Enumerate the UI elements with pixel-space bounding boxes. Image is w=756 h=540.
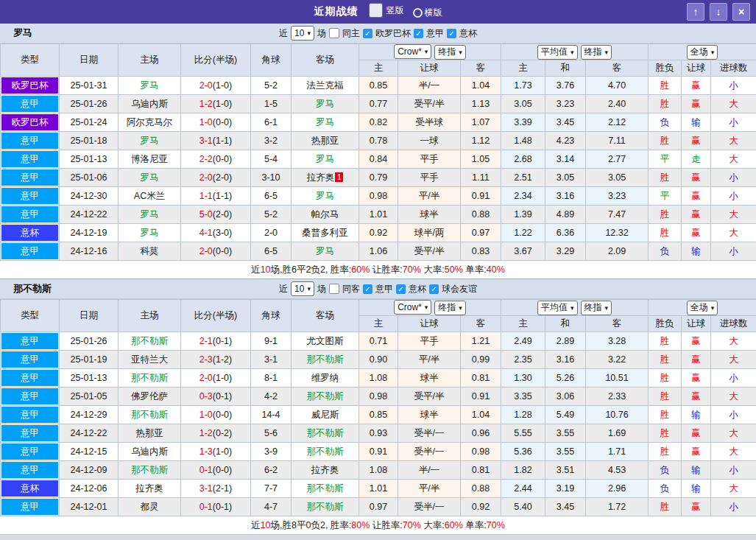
radio-label: 横版	[425, 7, 442, 19]
corner-score: 6-5	[251, 242, 292, 261]
crow-home-odds: 0.85	[359, 77, 398, 95]
avg-draw-odds: 4.89	[545, 206, 586, 224]
crow-away-odds: 1.12	[461, 132, 501, 150]
crow-home-odds: 0.79	[359, 169, 398, 187]
match-row: 意甲25-01-05佛罗伦萨0-3(0-1)4-2那不勒斯0.98受平/半0.9…	[1, 388, 756, 406]
move-up-button[interactable]: ↑	[687, 3, 704, 21]
odds-source-select[interactable]: 终指▾	[581, 301, 612, 315]
same-venue-checkbox[interactable]	[329, 28, 339, 38]
odds-group-header: 全场▾	[649, 44, 756, 60]
half-score: (0-1)	[213, 391, 232, 402]
handicap-line: 受平/半	[398, 388, 461, 406]
avg-home-odds: 1.39	[501, 206, 545, 224]
team-name: 罗马	[13, 27, 32, 40]
result-outcome: 负	[649, 461, 682, 480]
league-checkbox[interactable]: ✓	[447, 29, 456, 38]
sub-col-header: 进球数	[711, 60, 756, 77]
match-date: 25-01-06	[60, 169, 119, 187]
odds-source-select[interactable]: 全场▾	[687, 301, 718, 315]
match-row: 意甲25-01-19亚特兰大2-3(1-2)3-1那不勒斯0.90平/半0.99…	[1, 351, 756, 369]
full-score: 3-1	[199, 483, 213, 494]
summary-part: 80%	[351, 520, 370, 530]
avg-away-odds: 10.76	[586, 406, 649, 424]
full-score: 1-2	[199, 428, 213, 438]
same-venue-label: 同主	[342, 27, 360, 40]
match-score: 3-1(1-1)	[181, 132, 251, 150]
result-handicap: 赢	[682, 332, 711, 351]
same-venue-checkbox[interactable]	[329, 284, 339, 294]
away-team-name: 帕尔马	[311, 209, 339, 220]
avg-home-odds: 2.44	[501, 480, 545, 498]
corner-score: 4-7	[251, 498, 292, 516]
avg-draw-odds: 3.16	[545, 351, 586, 369]
result-outcome: 负	[649, 242, 682, 261]
result-goals: 小	[711, 187, 756, 206]
home-team: 阿尔克马尔	[119, 113, 181, 132]
near-label: 近	[279, 27, 288, 40]
home-team: 热那亚	[119, 424, 181, 443]
result-goals: 大	[711, 332, 756, 351]
avg-home-odds: 1.73	[501, 77, 545, 95]
crow-away-odds: 0.91	[461, 187, 501, 206]
summary-part: 单率:	[463, 520, 487, 530]
summary-part: 大率:	[421, 520, 445, 530]
league-checkbox[interactable]: ✓	[429, 284, 439, 294]
odds-source-select[interactable]: 终指▾	[434, 301, 466, 315]
match-score: 2-3(1-2)	[181, 351, 251, 369]
result-goals: 大	[711, 480, 756, 498]
result-outcome: 胜	[649, 351, 682, 369]
page-title: 近期战绩	[314, 5, 358, 18]
crow-home-odds: 0.82	[359, 113, 398, 132]
league-label: 球会友谊	[442, 283, 477, 295]
match-row: 意甲24-12-30AC米兰1-1(1-1)6-5罗马0.98平/半0.912.…	[1, 187, 756, 206]
record-summary: 近10场,胜8平0负2, 胜率:80% 让胜率:70% 大率:60% 单率:70…	[0, 516, 756, 534]
league-badge: 意甲	[1, 96, 58, 112]
close-button[interactable]: ×	[732, 3, 750, 21]
odds-group-header: 全场▾	[649, 300, 756, 316]
match-date: 25-01-19	[60, 351, 119, 369]
match-score: 5-0(2-0)	[181, 206, 251, 224]
odds-source-select[interactable]: Crow*▾	[394, 300, 431, 315]
layout-radio-option[interactable]: 横版	[413, 7, 442, 19]
away-team: 那不勒斯	[292, 443, 359, 461]
result-outcome: 负	[649, 480, 682, 498]
avg-draw-odds: 5.26	[545, 369, 586, 388]
league-badge: 意甲	[1, 151, 58, 167]
odds-source-select[interactable]: Crow*▾	[394, 44, 431, 59]
league-checkbox[interactable]: ✓	[396, 284, 406, 294]
league-badge: 意甲	[1, 243, 58, 259]
result-handicap: 赢	[682, 187, 711, 206]
home-team: 那不勒斯	[119, 406, 181, 424]
odds-source-select[interactable]: 终指▾	[581, 45, 612, 60]
recent-count-select[interactable]: 10▾	[291, 26, 314, 41]
horizontal-scrollbar[interactable]	[0, 534, 756, 540]
odds-source-select[interactable]: 全场▾	[687, 45, 718, 60]
away-team: 法兰克福	[292, 77, 359, 95]
league-checkbox[interactable]: ✓	[363, 284, 372, 294]
league-checkbox[interactable]: ✓	[363, 29, 372, 38]
record-summary: 近10场,胜6平2负2, 胜率:60% 让胜率:70% 大率:50% 单率:40…	[0, 261, 756, 278]
odds-source-select[interactable]: 平均值▾	[537, 301, 578, 315]
move-down-button[interactable]: ↓	[710, 3, 727, 21]
odds-group-header: Crow*▾终指▾	[359, 44, 501, 60]
handicap-line: 受平/半	[398, 242, 461, 261]
sub-col-header: 让球	[682, 60, 711, 77]
chevron-down-icon: ▾	[605, 49, 609, 56]
league-checkbox[interactable]: ✓	[414, 29, 423, 38]
near-label: 近	[279, 283, 288, 295]
league-badge: 欧罗巴杯	[1, 77, 58, 94]
odds-source-select[interactable]: 终指▾	[434, 45, 466, 60]
match-date: 25-01-13	[60, 369, 119, 388]
layout-radio-option[interactable]: 竖版	[367, 3, 404, 18]
chevron-down-icon: ▾	[459, 304, 462, 312]
recent-count-select[interactable]: 10▾	[291, 281, 314, 296]
away-team: 那不勒斯	[292, 424, 359, 443]
away-team-name: 桑普多利亚	[302, 228, 348, 238]
result-goals: 小	[711, 242, 756, 261]
crow-away-odds: 0.81	[461, 369, 501, 388]
avg-home-odds: 5.40	[501, 498, 545, 516]
odds-source-select[interactable]: 平均值▾	[537, 45, 578, 60]
corner-score: 3-9	[251, 443, 292, 461]
result-goals: 大	[711, 351, 756, 369]
handicap-line: 半/一	[398, 77, 461, 95]
